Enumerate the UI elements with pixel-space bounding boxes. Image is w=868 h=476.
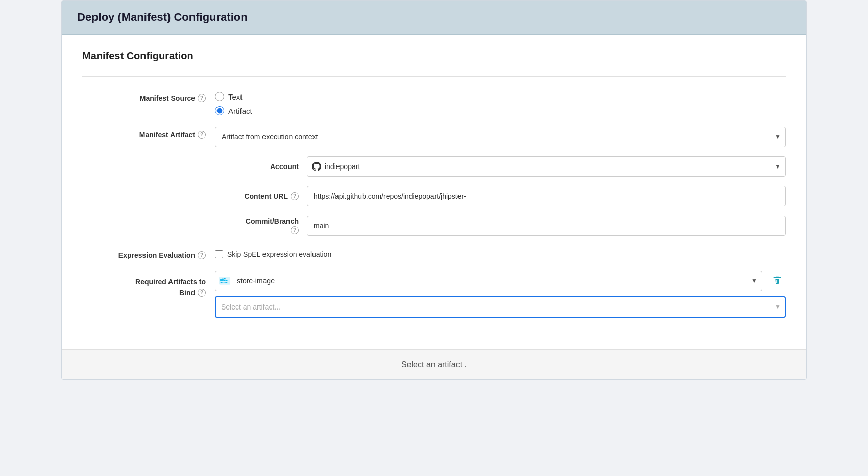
page-title: Deploy (Manifest) Configuration <box>77 11 791 24</box>
skip-spel-checkbox-item: Skip SpEL expression evaluation <box>215 247 786 258</box>
artifact-item-select-container: store-image ▼ <box>215 271 762 291</box>
content-url-label: Content URL ? <box>215 192 307 200</box>
delete-artifact-button[interactable] <box>768 272 786 290</box>
bottom-text-bar: Select an artifact . <box>62 349 806 379</box>
required-artifacts-control: store-image ▼ <box>215 271 786 318</box>
skip-spel-label: Skip SpEL expression evaluation <box>227 250 331 258</box>
content-url-row: Content URL ? <box>215 186 786 206</box>
content-url-control <box>307 186 786 206</box>
artifact-item-select-wrapper: store-image ▼ <box>215 271 762 291</box>
manifest-source-label: Manifest Source ? <box>82 89 215 102</box>
artifact-item-row: store-image ▼ <box>215 271 786 291</box>
expression-evaluation-control: Skip SpEL expression evaluation <box>215 247 786 258</box>
select-artifact-wrapper: Select an artifact... ▼ <box>215 296 786 318</box>
radio-artifact-input[interactable] <box>215 106 224 115</box>
artifact-item-select[interactable]: store-image <box>215 271 762 291</box>
manifest-source-radio-group: Text Artifact <box>215 89 786 115</box>
account-label: Account <box>215 162 307 171</box>
page-content: Manifest Configuration Manifest Source ?… <box>62 35 806 349</box>
account-control: indiepopart ▼ <box>307 156 786 177</box>
radio-text-input[interactable] <box>215 92 224 101</box>
nested-form: Account indiepopart <box>215 156 786 236</box>
radio-text[interactable]: Text <box>215 92 786 101</box>
expression-evaluation-label: Expression Evaluation ? <box>82 247 215 259</box>
required-artifacts-row: Required Artifacts to Bind ? <box>82 271 786 318</box>
radio-text-label: Text <box>228 92 243 101</box>
separator <box>82 76 786 77</box>
expression-evaluation-row: Expression Evaluation ? Skip SpEL expres… <box>82 247 786 259</box>
radio-artifact-label: Artifact <box>228 107 252 115</box>
manifest-artifact-control: Artifact from execution context ▼ Accoun… <box>215 127 786 236</box>
manifest-source-row: Manifest Source ? Text Artifact <box>82 89 786 115</box>
commit-branch-help-icon[interactable]: ? <box>291 226 299 234</box>
manifest-source-help-icon[interactable]: ? <box>198 94 206 102</box>
section-title: Manifest Configuration <box>82 50 786 62</box>
manifest-artifact-help-icon[interactable]: ? <box>198 131 206 139</box>
required-artifacts-label: Required Artifacts to Bind ? <box>82 271 215 297</box>
page-wrapper: Deploy (Manifest) Configuration Manifest… <box>61 0 807 380</box>
commit-branch-control <box>307 216 786 236</box>
bottom-text: Select an artifact . <box>401 360 467 369</box>
select-artifact-select[interactable] <box>215 296 786 318</box>
content-url-help-icon[interactable]: ? <box>291 192 299 200</box>
content-url-input[interactable] <box>307 186 786 206</box>
commit-branch-row: Commit/Branch ? <box>215 216 786 236</box>
account-select-wrapper: indiepopart ▼ <box>307 156 786 177</box>
radio-artifact[interactable]: Artifact <box>215 106 786 115</box>
account-row: Account indiepopart <box>215 156 786 177</box>
trash-icon <box>771 275 783 287</box>
required-artifacts-help-icon[interactable]: ? <box>198 289 206 297</box>
manifest-source-control: Text Artifact <box>215 89 786 115</box>
manifest-artifact-label: Manifest Artifact ? <box>82 127 215 139</box>
account-select[interactable]: indiepopart <box>307 156 786 177</box>
manifest-artifact-select-wrapper: Artifact from execution context ▼ <box>215 127 786 147</box>
artifacts-section: store-image ▼ <box>215 271 786 318</box>
page-header: Deploy (Manifest) Configuration <box>62 1 806 35</box>
skip-spel-checkbox[interactable] <box>215 250 223 258</box>
expression-evaluation-help-icon[interactable]: ? <box>198 251 206 259</box>
manifest-artifact-select[interactable]: Artifact from execution context <box>215 127 786 147</box>
commit-branch-label: Commit/Branch ? <box>215 217 307 234</box>
manifest-artifact-row: Manifest Artifact ? Artifact from execut… <box>82 127 786 236</box>
commit-branch-input[interactable] <box>307 216 786 236</box>
